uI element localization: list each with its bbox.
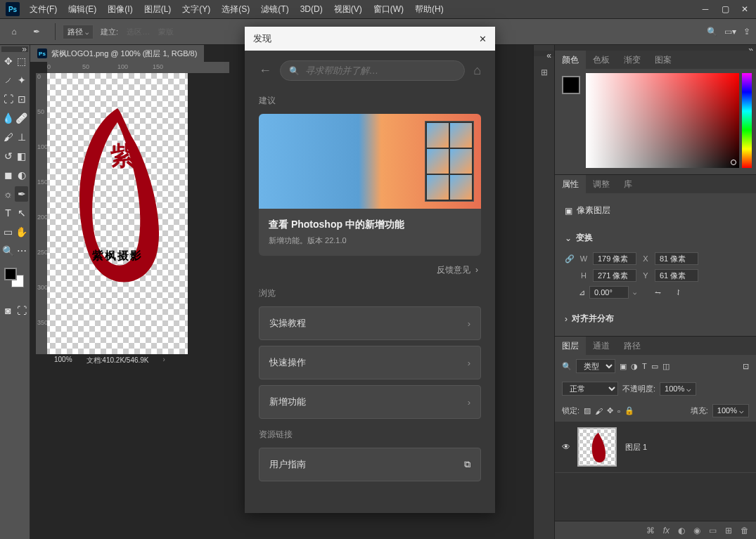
lock-paint-icon[interactable]: 🖌 (595, 407, 603, 415)
quickmask-tool[interactable]: ◙ (1, 303, 15, 318)
flip-h-icon[interactable]: ⥊ (655, 288, 661, 297)
search-box[interactable]: 🔍 (280, 60, 465, 81)
stamp-tool[interactable]: ⊥ (15, 129, 28, 145)
share-icon[interactable]: ⇪ (743, 27, 750, 37)
chevron-down-icon[interactable]: ⌄ (565, 233, 572, 243)
layer-row[interactable]: 👁 图层 1 (555, 422, 756, 473)
delete-icon[interactable]: 🗑 (741, 526, 749, 535)
tutorial-item[interactable]: 实操教程 (259, 306, 481, 340)
menu-layer[interactable]: 图层(L) (139, 1, 177, 18)
tab-layers[interactable]: 图层 (555, 337, 586, 356)
group-icon[interactable]: ▭ (709, 526, 717, 535)
blur-tool[interactable]: ◐ (15, 167, 28, 183)
tab-library[interactable]: 库 (617, 175, 639, 194)
lasso-tool[interactable]: ⟋ (1, 72, 15, 88)
maximize-button[interactable]: ▢ (715, 1, 735, 17)
side-icon[interactable]: ⊞ (541, 67, 548, 77)
frame-tool[interactable]: ⊡ (15, 91, 28, 107)
filter-text-icon[interactable]: T (642, 362, 647, 370)
lock-art-icon[interactable]: ▫ (617, 407, 620, 415)
marquee-tool[interactable]: ⬚ (15, 53, 28, 69)
lock-all-icon[interactable]: 🔒 (624, 406, 634, 415)
filter-toggle-icon[interactable]: ⊡ (743, 362, 749, 371)
close-button[interactable]: ✕ (735, 1, 755, 17)
pen-tool[interactable]: ✒ (15, 186, 28, 202)
user-guide-item[interactable]: 用户指南⧉ (259, 448, 481, 481)
search-input[interactable] (305, 65, 456, 76)
selection-option[interactable]: 选区… (127, 27, 150, 37)
suggestion-card[interactable]: 查看 Photoshop 中的新增功能 新增功能。版本 22.1.0 (259, 114, 481, 256)
lock-pos-icon[interactable]: ✥ (607, 406, 613, 415)
home-icon[interactable]: ⌂ (6, 23, 23, 40)
filter-shape-icon[interactable]: ▭ (651, 362, 658, 371)
y-input[interactable] (655, 269, 698, 282)
move-tool[interactable]: ✥ (1, 53, 15, 69)
link-icon[interactable]: 🔗 (565, 254, 575, 264)
feedback-link[interactable]: 反馈意见 › (262, 264, 478, 276)
new-layer-icon[interactable]: ⊞ (725, 526, 732, 535)
new-features-item[interactable]: 新增功能 (259, 385, 481, 419)
pen-tool-icon[interactable]: ✒ (28, 23, 45, 40)
filter-img-icon[interactable]: ▣ (620, 362, 627, 371)
hand-tool[interactable]: ✋ (15, 224, 28, 240)
menu-file[interactable]: 文件(F) (24, 1, 63, 18)
zoom-level[interactable]: 100% (54, 356, 72, 365)
blend-mode-select[interactable]: 正常 (562, 382, 618, 396)
edit-toolbar[interactable]: ⋯ (15, 243, 28, 259)
tab-paths[interactable]: 路径 (617, 337, 648, 356)
menu-view[interactable]: 视图(V) (328, 1, 368, 18)
eyedropper-tool[interactable]: 💧 (1, 110, 15, 126)
path-select-tool[interactable]: ↖ (15, 205, 28, 221)
link-layers-icon[interactable]: ⌘ (646, 526, 655, 535)
lock-trans-icon[interactable]: ▨ (584, 406, 591, 415)
shape-tool[interactable]: ▭ (1, 224, 15, 240)
document-tab[interactable]: Ps 紫枫LOGO1.png @ 100% (图层 1, RGB/8) (30, 45, 204, 62)
tab-gradient[interactable]: 渐变 (617, 51, 648, 70)
menu-text[interactable]: 文字(Y) (177, 1, 216, 18)
menu-edit[interactable]: 编辑(E) (63, 1, 102, 18)
filter-smart-icon[interactable]: ◫ (662, 362, 669, 371)
back-icon[interactable]: ← (259, 63, 271, 78)
quick-item[interactable]: 快速操作 (259, 346, 481, 379)
opacity-value[interactable]: 100% ⌵ (660, 382, 696, 396)
menu-3d[interactable]: 3D(D) (295, 2, 328, 16)
menu-window[interactable]: 窗口(W) (368, 1, 409, 18)
fill-value[interactable]: 100% ⌵ (712, 404, 749, 417)
dodge-tool[interactable]: ☼ (1, 186, 15, 202)
angle-input[interactable] (589, 286, 629, 299)
height-input[interactable] (593, 269, 636, 282)
path-mode-select[interactable]: 路径 ⌵ (63, 25, 94, 39)
chevron-right-icon[interactable]: › (565, 314, 568, 324)
layer-name[interactable]: 图层 1 (625, 442, 647, 453)
tab-channels[interactable]: 通道 (586, 337, 617, 356)
visibility-icon[interactable]: 👁 (558, 442, 575, 452)
filter-type-select[interactable]: 类型 (576, 359, 615, 373)
adjustment-icon[interactable]: ◉ (693, 526, 700, 535)
eraser-tool[interactable]: ◧ (15, 148, 28, 164)
close-icon[interactable]: ✕ (479, 34, 487, 44)
menu-image[interactable]: 图像(I) (102, 1, 138, 18)
tab-adjust[interactable]: 调整 (586, 175, 617, 194)
mask-icon[interactable]: ◐ (678, 526, 685, 535)
toolbox-collapse[interactable]: » (1, 46, 28, 52)
minimize-button[interactable]: ─ (696, 1, 715, 17)
menu-filter[interactable]: 滤镜(T) (255, 1, 294, 18)
search-icon[interactable]: 🔍 (707, 27, 717, 37)
hue-slider[interactable] (742, 73, 752, 168)
healing-tool[interactable]: 🩹 (15, 110, 28, 126)
menu-select[interactable]: 选择(S) (216, 1, 255, 18)
tab-pattern[interactable]: 图案 (648, 51, 679, 70)
menu-help[interactable]: 帮助(H) (409, 1, 449, 18)
wand-tool[interactable]: ✦ (15, 72, 28, 88)
screenmode-tool[interactable]: ⛶ (15, 303, 28, 318)
text-tool[interactable]: T (1, 205, 15, 221)
home-icon[interactable]: ⌂ (473, 63, 481, 78)
tab-color[interactable]: 颜色 (555, 51, 586, 70)
brush-tool[interactable]: 🖌 (1, 129, 15, 145)
canvas[interactable]: 紫 紫枫摄影 (47, 73, 188, 354)
crop-tool[interactable]: ⛶ (1, 91, 15, 107)
zoom-tool[interactable]: 🔍 (1, 243, 15, 259)
flip-v-icon[interactable]: ⥌ (675, 288, 681, 297)
width-input[interactable] (593, 252, 636, 265)
color-picker[interactable] (586, 73, 739, 168)
